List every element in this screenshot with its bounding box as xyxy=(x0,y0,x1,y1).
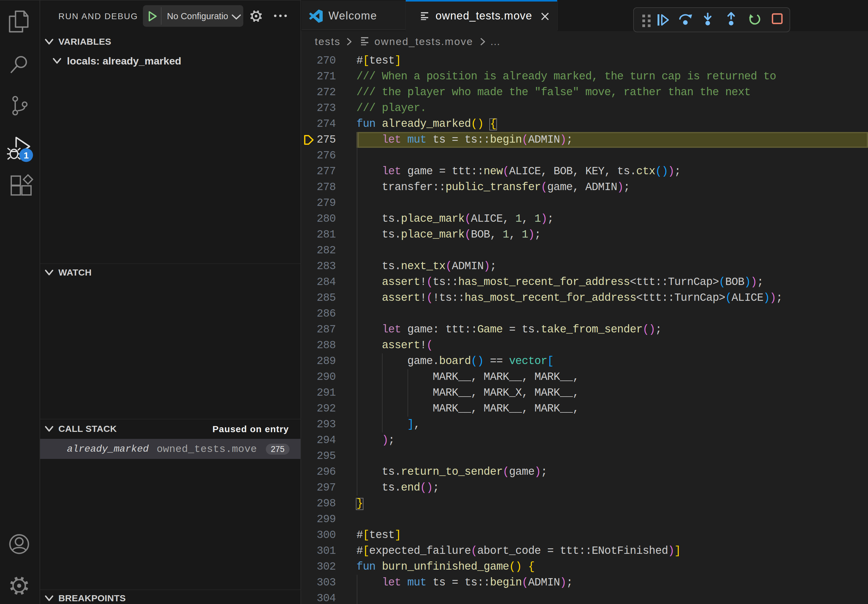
svg-text:1: 1 xyxy=(24,150,29,160)
